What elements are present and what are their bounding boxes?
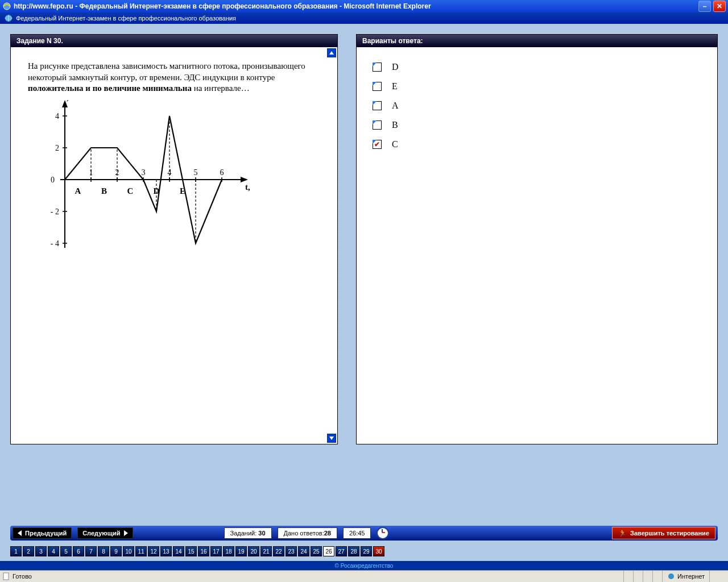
clock-icon <box>377 527 389 539</box>
question-number-25[interactable]: 25 <box>311 546 322 556</box>
globe-icon <box>5 14 13 22</box>
question-number-10[interactable]: 10 <box>123 546 134 556</box>
question-number-30[interactable]: 30 <box>373 546 384 556</box>
page-subtitle-bar: Федеральный Интернет-экзамен в сфере про… <box>0 13 728 24</box>
answer-option[interactable]: C <box>373 135 701 154</box>
answer-checkbox[interactable] <box>373 63 382 72</box>
status-zone: Интернет <box>677 573 705 580</box>
page-subtitle: Федеральный Интернет-экзамен в сфере про… <box>16 15 236 22</box>
svg-text:- 2: - 2 <box>51 207 59 216</box>
scroll-down-button[interactable] <box>327 434 336 443</box>
answer-option[interactable]: A <box>373 96 701 115</box>
triangle-left-icon <box>18 530 22 536</box>
question-number-strip: 1234567891011121314151617181920212223242… <box>10 546 718 556</box>
timer: 26:45 <box>343 527 371 539</box>
triangle-right-icon <box>124 530 128 536</box>
scroll-up-button[interactable] <box>327 48 336 57</box>
answer-checkbox[interactable] <box>373 120 382 130</box>
internet-zone-icon <box>667 572 675 580</box>
svg-text:D: D <box>154 186 160 196</box>
question-number-22[interactable]: 22 <box>273 546 284 556</box>
question-number-16[interactable]: 16 <box>198 546 209 556</box>
question-number-21[interactable]: 21 <box>260 546 272 556</box>
answer-label: C <box>392 139 398 149</box>
question-number-13[interactable]: 13 <box>160 546 172 556</box>
answer-label: A <box>392 101 399 111</box>
answer-checkbox[interactable] <box>373 101 382 110</box>
nav-bar: Предыдущий Следующий Заданий: 30 Дано от… <box>10 526 718 541</box>
question-number-4[interactable]: 4 <box>48 546 59 556</box>
question-number-11[interactable]: 11 <box>135 546 147 556</box>
question-number-26[interactable]: 26 <box>323 546 334 556</box>
svg-text:C: C <box>127 186 134 196</box>
question-number-27[interactable]: 27 <box>336 546 347 556</box>
question-number-15[interactable]: 15 <box>185 546 197 556</box>
question-number-5[interactable]: 5 <box>60 546 72 556</box>
answered-count: Дано ответов:28 <box>278 527 337 539</box>
close-button[interactable]: ✕ <box>713 1 726 12</box>
ie-icon <box>2 2 11 11</box>
svg-text:t, с: t, с <box>245 182 250 192</box>
svg-text:4: 4 <box>55 112 59 120</box>
question-number-2[interactable]: 2 <box>23 546 34 556</box>
svg-text:B: B <box>101 186 107 196</box>
svg-text:5: 5 <box>194 168 198 177</box>
question-number-7[interactable]: 7 <box>85 546 97 556</box>
answers-panel: Варианты ответа: DEABC <box>356 34 718 444</box>
answer-checkbox[interactable] <box>373 82 382 91</box>
svg-marker-6 <box>241 177 248 182</box>
question-number-17[interactable]: 17 <box>210 546 222 556</box>
question-number-8[interactable]: 8 <box>98 546 109 556</box>
question-panel-title: Задание N 30. <box>11 35 337 47</box>
tasks-count: Заданий: 30 <box>224 527 272 539</box>
question-panel: Задание N 30. На рисунке представлена за… <box>10 34 338 444</box>
finish-button[interactable]: 🏃Завершить тестирование <box>612 527 715 539</box>
answer-label: D <box>392 62 399 72</box>
prev-button[interactable]: Предыдущий <box>13 527 72 539</box>
window-title: http://www.fepo.ru - Федеральный Интерне… <box>14 2 696 10</box>
titlebar: http://www.fepo.ru - Федеральный Интерне… <box>0 0 728 13</box>
answer-label: E <box>392 81 398 92</box>
answer-label: B <box>392 120 398 130</box>
status-ready: Готово <box>13 573 32 580</box>
answer-option[interactable]: D <box>373 57 701 77</box>
question-number-1[interactable]: 1 <box>10 546 22 556</box>
svg-text:0: 0 <box>51 176 55 184</box>
answer-option[interactable]: E <box>373 77 701 96</box>
svg-text:E: E <box>180 186 185 196</box>
running-icon: 🏃 <box>618 529 627 537</box>
question-number-23[interactable]: 23 <box>286 546 297 556</box>
minimize-button[interactable]: – <box>698 1 711 12</box>
question-text: На рисунке представлена зависимость магн… <box>11 47 337 100</box>
svg-point-0 <box>3 3 10 10</box>
question-number-29[interactable]: 29 <box>361 546 372 556</box>
page-icon <box>2 572 10 580</box>
svg-text:2: 2 <box>55 144 59 152</box>
question-number-19[interactable]: 19 <box>235 546 247 556</box>
svg-text:6: 6 <box>220 168 224 177</box>
answer-option[interactable]: B <box>373 115 701 135</box>
svg-text:Ф, Вб: Ф, Вб <box>59 100 81 102</box>
svg-text:A: A <box>75 186 81 196</box>
question-graph: Ф, Вбt, с- 4- 224123456ABCDE0 <box>11 100 337 250</box>
svg-text:3: 3 <box>142 168 146 177</box>
question-number-24[interactable]: 24 <box>298 546 309 556</box>
question-number-6[interactable]: 6 <box>73 546 84 556</box>
footer-copyright: © Росаккредагентство <box>0 561 728 570</box>
question-number-28[interactable]: 28 <box>348 546 359 556</box>
question-number-9[interactable]: 9 <box>110 546 122 556</box>
answer-checkbox[interactable] <box>373 140 382 149</box>
question-number-14[interactable]: 14 <box>173 546 184 556</box>
answers-panel-title: Варианты ответа: <box>357 35 717 47</box>
question-number-12[interactable]: 12 <box>148 546 159 556</box>
svg-point-41 <box>668 573 674 579</box>
svg-text:- 4: - 4 <box>51 239 59 248</box>
question-number-18[interactable]: 18 <box>223 546 234 556</box>
question-number-20[interactable]: 20 <box>248 546 259 556</box>
question-number-3[interactable]: 3 <box>35 546 47 556</box>
statusbar: Готово Интернет <box>0 570 728 582</box>
svg-rect-40 <box>3 573 9 580</box>
next-button[interactable]: Следующий <box>77 527 133 539</box>
